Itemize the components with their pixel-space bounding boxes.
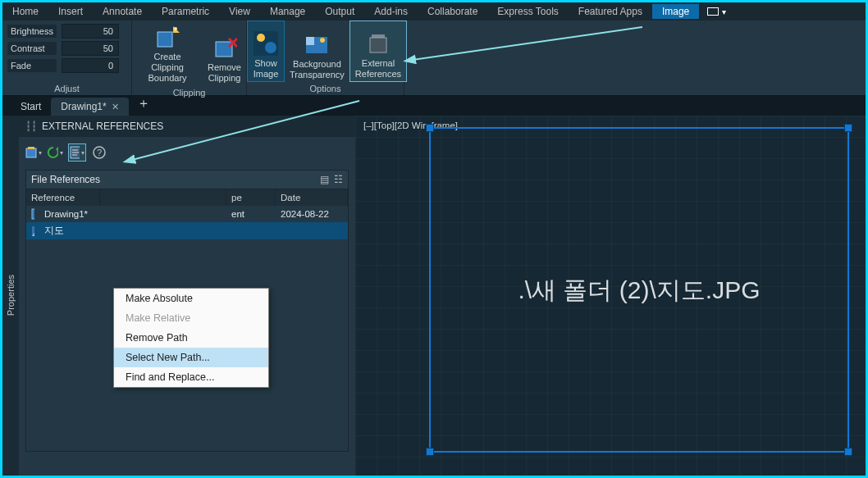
clipping-remove-icon	[212, 34, 238, 61]
remove-clipping-button[interactable]: Remove Clipping	[203, 20, 246, 86]
doc-tab-start[interactable]: Start	[11, 98, 51, 116]
create-clipping-l2: Boundary	[148, 73, 186, 84]
contrast-value[interactable]: 50	[62, 41, 119, 56]
tab-collaborate[interactable]: Collaborate	[418, 4, 487, 19]
panel-adjust-label: Adjust	[2, 82, 131, 95]
row-type: ent	[226, 207, 276, 221]
list-view-icon[interactable]: ▤	[320, 174, 329, 185]
attach-dropdown[interactable]: ▾	[25, 144, 42, 161]
external-references-button[interactable]: External References	[349, 20, 407, 82]
change-path-dropdown[interactable]: ▾	[68, 143, 86, 162]
svg-rect-0	[158, 32, 172, 47]
fade-label: Fade	[7, 59, 57, 72]
show-image-button[interactable]: Show Image	[247, 20, 285, 82]
svg-rect-13	[370, 38, 386, 52]
new-doc-button[interactable]: ＋	[129, 95, 158, 116]
ribbon-overflow[interactable]: ▾	[699, 7, 734, 16]
fade-value[interactable]: 0	[62, 58, 119, 73]
doc-tab-drawing1-label: Drawing1*	[61, 101, 106, 112]
grip-bottom-left[interactable]	[426, 448, 434, 456]
file-references-columns: Reference pe Date	[25, 189, 349, 206]
svg-rect-10	[306, 37, 314, 45]
chevron-down-icon: ▾	[722, 7, 726, 16]
tab-addins[interactable]: Add-ins	[364, 4, 418, 19]
bg-transparency-icon	[304, 31, 330, 57]
background-transparency-button[interactable]: Background Transparency	[285, 20, 349, 82]
brightness-row: Brightness 50	[7, 24, 119, 39]
svg-point-11	[320, 38, 325, 43]
help-button[interactable]: ?	[91, 144, 107, 161]
external-references-icon	[365, 30, 391, 57]
tab-image[interactable]: Image	[652, 4, 699, 19]
create-clipping-l1: Create Clipping	[137, 52, 198, 73]
document-tab-strip: Start Drawing1* ✕ ＋	[2, 96, 866, 116]
svg-rect-3	[216, 42, 232, 57]
tab-featured-apps[interactable]: Featured Apps	[569, 4, 652, 19]
tab-parametric[interactable]: Parametric	[152, 4, 219, 19]
ribbon-tab-strip: Home Insert Annotate Parametric View Man…	[2, 2, 866, 20]
properties-rail[interactable]: Properties	[2, 116, 19, 476]
menu-select-new-path[interactable]: Select New Path...	[114, 348, 268, 367]
tree-view-icon[interactable]: ☷	[334, 174, 343, 185]
row-name: Drawing1*	[39, 207, 97, 221]
clipping-create-icon	[154, 24, 180, 50]
chevron-down-icon: ▾	[39, 149, 42, 157]
panel-adjust: Brightness 50 Contrast 50 Fade 0 Adjust	[2, 20, 132, 95]
file-references-header[interactable]: File References ▤ ☷	[25, 170, 349, 189]
menu-remove-path[interactable]: Remove Path	[114, 328, 268, 348]
svg-rect-14	[26, 148, 36, 157]
palette-title-bar[interactable]: ┇┇ EXTERNAL REFERENCES	[19, 116, 355, 137]
contrast-label: Contrast	[7, 42, 57, 55]
image-icon	[26, 223, 39, 239]
show-image-icon	[253, 30, 279, 57]
col-type[interactable]: pe	[226, 189, 276, 206]
image-selection-frame[interactable]: .\새 폴더 (2)\지도.JPG	[429, 127, 849, 453]
content-area: Properties ┇┇ EXTERNAL REFERENCES ▾ ▾ ▾ …	[2, 116, 866, 476]
external-references-palette: ┇┇ EXTERNAL REFERENCES ▾ ▾ ▾ ? File Refe…	[19, 116, 355, 476]
tab-view[interactable]: View	[219, 4, 260, 19]
col-date[interactable]: Date	[276, 189, 348, 206]
bg-trans-l1: Background	[293, 59, 341, 70]
tab-output[interactable]: Output	[315, 4, 364, 19]
refresh-button[interactable]: ▾	[47, 144, 63, 161]
grip-top-left[interactable]	[426, 124, 434, 132]
tab-insert[interactable]: Insert	[48, 4, 93, 19]
tab-home[interactable]: Home	[2, 4, 48, 19]
tab-annotate[interactable]: Annotate	[93, 4, 152, 19]
panel-options: Show Image Background Transparency Exter…	[247, 20, 404, 95]
close-icon[interactable]: ✕	[112, 102, 119, 112]
svg-rect-12	[372, 34, 385, 38]
brightness-value[interactable]: 50	[62, 24, 119, 39]
drawing-viewport[interactable]: [–][Top][2D Wireframe] .\새 폴더 (2)\지도.JPG	[355, 116, 866, 476]
remove-clipping-l1: Remove	[208, 62, 241, 73]
tab-express-tools[interactable]: Express Tools	[487, 4, 568, 19]
col-reference[interactable]: Reference	[26, 189, 100, 206]
grip-top-right[interactable]	[844, 124, 852, 132]
contrast-row: Contrast 50	[7, 41, 119, 56]
svg-marker-16	[56, 147, 58, 150]
plus-icon: ＋	[137, 95, 150, 112]
show-image-l2: Image	[254, 69, 279, 80]
show-image-l1: Show	[254, 58, 277, 69]
svg-rect-20	[32, 209, 34, 219]
svg-text:?: ?	[97, 148, 102, 157]
panel-options-label: Options	[247, 82, 404, 95]
dwg-icon	[26, 206, 39, 222]
menu-find-replace[interactable]: Find and Replace...	[114, 367, 268, 387]
remove-clipping-l2: Clipping	[208, 73, 241, 84]
image-path-text: .\새 폴더 (2)\지도.JPG	[518, 273, 760, 307]
create-clipping-boundary-button[interactable]: Create Clipping Boundary	[132, 20, 203, 86]
properties-rail-label: Properties	[6, 275, 16, 316]
table-row[interactable]: 지도	[26, 222, 348, 239]
menu-make-absolute[interactable]: Make Absolute	[114, 289, 268, 308]
svg-point-7	[257, 34, 265, 42]
row-name: 지도	[39, 222, 69, 239]
table-row[interactable]: Drawing1* ent 2024-08-22	[26, 206, 348, 222]
doc-tab-drawing1[interactable]: Drawing1* ✕	[51, 98, 128, 116]
chevron-down-icon: ▾	[81, 149, 85, 157]
grip-bottom-right[interactable]	[844, 448, 852, 456]
overflow-box-icon	[707, 7, 719, 16]
svg-point-8	[265, 42, 276, 53]
file-references-title: File References	[31, 174, 100, 185]
tab-manage[interactable]: Manage	[260, 4, 315, 19]
